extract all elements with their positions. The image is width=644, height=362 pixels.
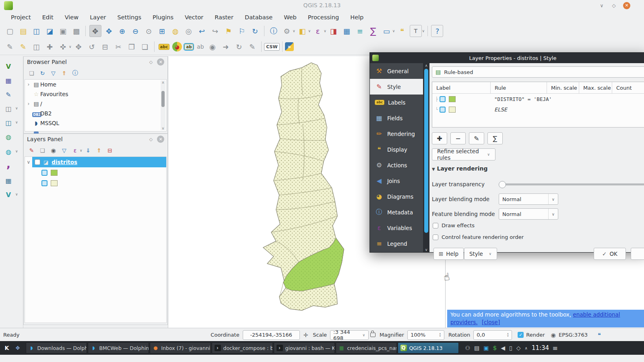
zoom-to-layer-icon[interactable]: ◎: [183, 25, 194, 37]
composer-manager-icon[interactable]: ▩: [71, 25, 82, 37]
pan-to-selection-icon[interactable]: ✥: [103, 25, 115, 37]
tab-variables[interactable]: ε Variables: [370, 220, 423, 236]
rule-checkbox[interactable]: [440, 96, 446, 102]
refine-rules-button[interactable]: Refine selected rules ∨: [432, 148, 495, 160]
add-delimited-text-layer-icon[interactable]: ,: [3, 159, 14, 169]
delete-selected-icon[interactable]: ⊟: [99, 41, 111, 52]
browser-add-layer-icon[interactable]: ❏: [27, 69, 36, 78]
map-tips-icon[interactable]: ❝: [396, 25, 408, 37]
kde-menu-icon[interactable]: K: [2, 343, 11, 352]
rule-symbol-dots[interactable]: [449, 107, 456, 113]
transparency-slider-handle[interactable]: [499, 181, 506, 188]
select-by-expression-icon[interactable]: ε: [312, 25, 324, 37]
scroll-down-icon[interactable]: ∨: [161, 126, 165, 130]
col-min-scale[interactable]: Min. scale: [547, 82, 579, 93]
select-features-icon[interactable]: ◧: [297, 25, 308, 37]
deselect-features-icon[interactable]: ◨: [328, 25, 339, 37]
tree-item-root[interactable]: › ▤ /: [25, 99, 166, 109]
tab-metadata[interactable]: ⓘ Metadata: [370, 204, 423, 220]
measure-icon[interactable]: ▭: [381, 25, 392, 37]
task-konsole-docker[interactable]: › docker_compose : bash: [212, 342, 273, 354]
refresh-map-icon[interactable]: ↻: [250, 25, 261, 37]
statistics-icon[interactable]: ∑: [367, 25, 379, 37]
expander-icon[interactable]: ›: [25, 101, 32, 107]
pin-labels-icon[interactable]: ab: [184, 44, 193, 50]
menu-raster[interactable]: Raster: [209, 12, 239, 22]
menu-processing[interactable]: Processing: [303, 12, 344, 22]
browser-float-button[interactable]: ◇: [147, 58, 155, 66]
volume-icon[interactable]: ◀: [501, 345, 505, 351]
measure-dropdown[interactable]: ∨: [392, 29, 395, 33]
clipboard-icon[interactable]: ▤: [474, 345, 479, 351]
new-shapefile-layer-icon[interactable]: ✎: [3, 89, 14, 100]
close-button[interactable]: ✕: [623, 2, 630, 9]
cancel-button-clipped[interactable]: [631, 248, 644, 260]
menu-plugins[interactable]: Plugins: [147, 12, 179, 22]
tree-item-favourites[interactable]: ☆ Favourites: [25, 89, 166, 99]
new-project-icon[interactable]: ▢: [4, 25, 16, 37]
feature-blend-combobox[interactable]: Normal ∨: [499, 208, 558, 220]
zoom-in-icon[interactable]: ⊕: [117, 25, 128, 37]
rule-symbol-green[interactable]: [51, 170, 58, 176]
rule-symbol-dots[interactable]: [51, 180, 58, 186]
tab-joins[interactable]: ◀ Joins: [370, 173, 423, 189]
add-vector-layer-icon[interactable]: V: [3, 61, 14, 72]
panel-menu-icon[interactable]: ≡: [552, 344, 557, 352]
rule-symbol-green[interactable]: [449, 96, 456, 102]
coordinate-input[interactable]: -254194,-35166: [243, 330, 300, 340]
show-bookmarks-icon[interactable]: ⚐: [236, 25, 248, 37]
scale-lock-icon[interactable]: [370, 333, 376, 337]
tab-rendering[interactable]: ✏ Rendering: [370, 126, 423, 142]
task-konsole-giovanni[interactable]: › giovanni : bash — Kons: [274, 342, 335, 354]
control-order-checkbox[interactable]: [433, 234, 438, 240]
count-features-button[interactable]: ∑: [487, 132, 503, 144]
field-calculator-icon[interactable]: ≡: [354, 25, 365, 37]
manage-visibility-icon[interactable]: ◉: [49, 146, 58, 155]
annotation-dropdown[interactable]: ∨: [422, 29, 425, 33]
new-bookmark-icon[interactable]: ⚑: [223, 25, 234, 37]
copy-features-icon[interactable]: ❐: [126, 41, 137, 52]
task-thunderbird-inbox[interactable]: ● Inbox (7) - giovanni.ma: [150, 342, 211, 354]
paste-features-icon[interactable]: ❏: [139, 41, 151, 52]
magnifier-spinner[interactable]: 100% ∧∨: [407, 330, 444, 340]
draw-effects-checkbox[interactable]: [433, 223, 438, 228]
remove-layer-icon[interactable]: ⊟: [105, 146, 114, 155]
ok-button[interactable]: ✓ OK: [594, 248, 626, 260]
rule-visibility-checkbox[interactable]: [41, 170, 47, 176]
node-tool-dropdown[interactable]: ∨: [69, 45, 72, 49]
layer-rendering-section[interactable]: ▼ Layer rendering: [432, 165, 488, 172]
task-spreadsheet-credenciais[interactable]: ▦ credenciais_pcs_nas_u: [336, 342, 397, 354]
collapse-all-icon[interactable]: ⇑: [95, 146, 103, 155]
save-layer-edits-icon[interactable]: ◫: [31, 41, 42, 52]
clock[interactable]: 11:34: [532, 344, 549, 352]
tab-diagrams[interactable]: ◕ Diagrams: [370, 189, 423, 204]
scale-combobox[interactable]: :3 344 698 ∨: [330, 330, 369, 340]
add-rule-button[interactable]: ✚: [432, 132, 447, 144]
col-max-scale[interactable]: Max. scale: [579, 82, 612, 93]
layer-labeling-icon[interactable]: abc: [159, 44, 170, 50]
browser-properties-icon[interactable]: ⓘ: [71, 69, 80, 78]
layer-blend-combobox[interactable]: Normal ∨: [499, 193, 558, 205]
tree-item-home[interactable]: › ▤ Home: [25, 80, 166, 89]
menu-layer[interactable]: Layer: [85, 12, 111, 22]
display-icon[interactable]: ▣: [483, 345, 489, 351]
task-dolphin-bmcweb[interactable]: ◗ BMCWeb — Dolphin: [88, 342, 149, 354]
task-dolphin-downloads[interactable]: ◗ Downloads — Dolphin: [26, 342, 87, 354]
rule-checkbox[interactable]: [440, 107, 446, 113]
zoom-last-icon[interactable]: ↩: [196, 25, 208, 37]
spatialite-dropdown[interactable]: ∨: [15, 106, 18, 110]
save-project-icon[interactable]: ◫: [31, 25, 42, 37]
feature-action-dropdown[interactable]: ∨: [293, 29, 295, 33]
menu-database[interactable]: Database: [239, 12, 278, 22]
zoom-out-icon[interactable]: ⊖: [130, 25, 141, 37]
dialog-sidebar-scrollbar[interactable]: ∧ ∨: [423, 63, 429, 252]
rule-row-else[interactable]: [25, 178, 166, 188]
offset-curve-icon[interactable]: ↺: [86, 41, 97, 52]
scroll-down-icon[interactable]: ∨: [423, 248, 429, 252]
zoom-native-icon[interactable]: ⊙: [143, 25, 155, 37]
add-virtual-layer-icon[interactable]: ▦: [3, 175, 14, 186]
help-contents-icon[interactable]: ?: [431, 25, 443, 37]
add-wcs-layer-icon[interactable]: ◍: [3, 146, 14, 157]
minimize-button[interactable]: ∨: [598, 2, 605, 9]
rotate-label-icon[interactable]: ↻: [233, 41, 245, 52]
